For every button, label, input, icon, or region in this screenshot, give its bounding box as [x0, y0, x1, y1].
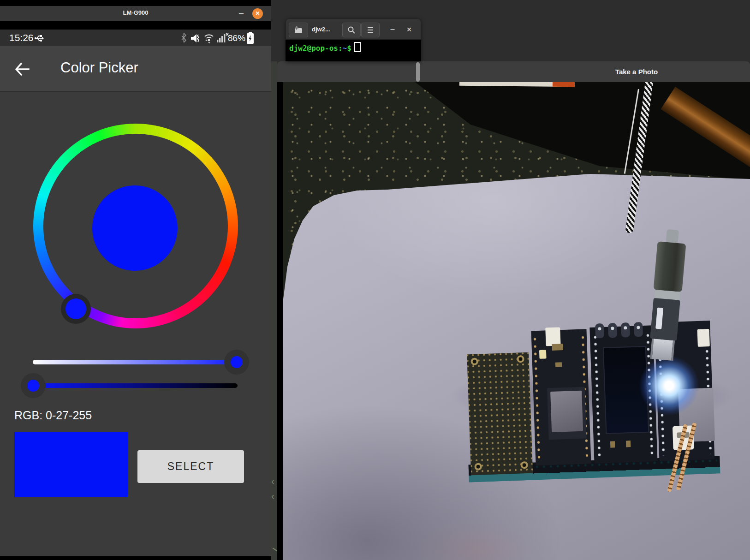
desktop: LM-G900 – ✕ 15:26	[0, 0, 750, 560]
cable-strain-relief	[666, 229, 679, 243]
camera-view	[277, 82, 750, 560]
phone-window-titlebar[interactable]: LM-G900 – ✕	[0, 6, 271, 21]
phone-mirror-window: LM-G900 – ✕ 15:26	[0, 0, 271, 560]
camera-window: Take a Photo	[277, 61, 750, 560]
prompt-symbol: $	[347, 44, 351, 53]
bluetooth-icon	[181, 33, 187, 43]
usb-plug	[650, 339, 675, 361]
signal-icon	[217, 33, 229, 43]
phone-window-title: LM-G900	[0, 9, 271, 16]
wallpaper-line	[273, 548, 277, 552]
battery-percent-label: 86%	[228, 33, 245, 43]
prompt-path: ~	[343, 44, 347, 53]
select-button-label: SELECT	[167, 460, 214, 473]
mount-pad	[621, 322, 630, 338]
saturation-slider-track[interactable]	[33, 360, 241, 364]
prompt-user-host: djw2@pop-os	[289, 44, 338, 53]
usb-connector-body	[654, 241, 686, 292]
terminal-close-button[interactable]: ✕	[402, 23, 416, 36]
jst-connector	[545, 327, 560, 346]
perfboard	[467, 352, 533, 476]
select-button[interactable]: SELECT	[137, 450, 244, 483]
perfboard-edge	[471, 473, 533, 483]
mute-icon	[190, 33, 202, 44]
new-tab-button[interactable]	[289, 23, 308, 37]
mount-pad	[608, 323, 617, 338]
search-button[interactable]	[342, 23, 361, 37]
terminal-scrollbar[interactable]	[416, 62, 420, 82]
mount-pad	[634, 322, 643, 337]
wallpaper-gap-strip: ‹ ‹	[271, 61, 277, 560]
usb-icon	[34, 33, 44, 43]
rgb-value-label: RGB: 0-27-255	[14, 409, 92, 422]
menu-button[interactable]	[361, 23, 380, 37]
camera-titlebar[interactable]: Take a Photo	[277, 61, 750, 82]
radio-module	[547, 387, 587, 440]
camera-photo	[283, 82, 750, 560]
color-swatch	[14, 432, 128, 497]
smd-chip	[555, 362, 562, 367]
value-slider-track[interactable]	[33, 383, 238, 388]
terminal-title: djw2...	[312, 26, 330, 33]
radio-module-shield	[550, 391, 583, 432]
screw-hole	[517, 355, 524, 363]
screw-hole	[474, 463, 482, 471]
color-picker-body: RGB: 0-27-255 SELECT	[0, 92, 271, 556]
value-knob[interactable]	[27, 380, 39, 392]
back-arrow-icon[interactable]	[13, 60, 31, 78]
white-connector	[697, 329, 710, 347]
smd-chip	[552, 344, 563, 351]
mount-pad	[595, 323, 604, 339]
screw-hole	[520, 461, 528, 469]
search-icon	[347, 26, 356, 34]
shell-prompt: djw2@pop-os:~$	[289, 42, 361, 53]
wallpaper-chevron: ‹	[271, 477, 274, 486]
hue-knob[interactable]	[61, 294, 91, 324]
hue-wheel[interactable]	[33, 124, 238, 328]
battery-icon	[246, 32, 254, 44]
usb-adapter-slot	[655, 308, 663, 329]
terminal-cursor	[354, 42, 361, 52]
take-a-photo-label[interactable]: Take a Photo	[604, 68, 669, 76]
terminal-titlebar[interactable]: djw2... – ✕	[286, 18, 421, 40]
prompt-separator: :	[338, 44, 343, 53]
feather-board	[531, 329, 591, 465]
usb-adapter-body	[650, 298, 680, 341]
pin-header	[593, 334, 602, 456]
wifi-icon	[203, 32, 215, 44]
page-title: Color Picker	[60, 60, 138, 76]
screw-hole	[470, 358, 478, 366]
solder-pad	[626, 441, 631, 447]
wallpaper-chevron: ‹	[271, 491, 274, 500]
phone-minimize-button[interactable]: –	[234, 6, 248, 21]
terminal-body[interactable]: djw2@pop-os:~$	[286, 40, 421, 61]
phone-close-button[interactable]: ✕	[252, 8, 263, 19]
android-status-bar: 15:26	[0, 30, 271, 46]
blue-led-glow	[638, 355, 700, 417]
terminal-window: djw2... – ✕ djw2@pop-os:~$	[286, 18, 421, 61]
terminal-minimize-button[interactable]: –	[387, 23, 399, 36]
orange-box-edge	[553, 82, 575, 87]
new-terminal-icon	[294, 26, 303, 34]
hamburger-menu-icon	[367, 27, 374, 33]
solder-pad	[610, 441, 615, 447]
status-led	[539, 350, 547, 359]
selected-color-circle	[92, 185, 178, 271]
saturation-knob[interactable]	[231, 356, 243, 368]
app-header: Color Picker	[0, 46, 271, 92]
status-time: 15:26	[9, 32, 34, 43]
hue-knob-dot	[65, 298, 86, 319]
